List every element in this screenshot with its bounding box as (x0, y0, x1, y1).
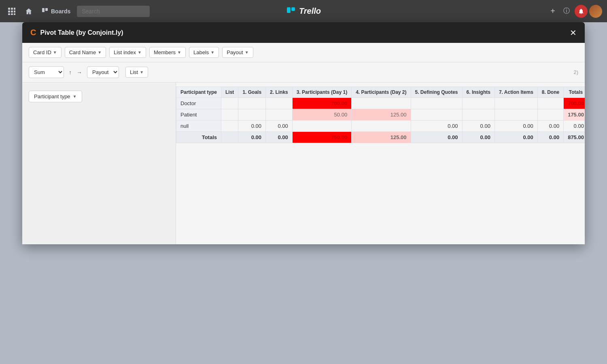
user-avatar-button[interactable] (589, 5, 602, 18)
null-action-items: 0.00 (495, 121, 537, 132)
payout-column-button[interactable]: Payout ▼ (222, 47, 253, 58)
svg-rect-1 (11, 8, 13, 10)
members-chevron-icon: ▼ (177, 50, 181, 55)
conjointly-logo: C (30, 28, 36, 37)
search-input[interactable] (77, 6, 150, 17)
controls-row: Sum Count Average ↑ → Payout List ▼ 2) (22, 62, 585, 83)
field-select[interactable]: Payout (87, 66, 119, 78)
sort-up-button[interactable]: ↑ (67, 68, 73, 76)
totals-goals: 0.00 (238, 132, 266, 143)
insights-header: 6. Insights (462, 87, 495, 98)
totals-row: Totals 0.00 0.00 750.00 125.00 0.00 0.00… (176, 132, 585, 143)
patient-defining-quotes (411, 109, 462, 121)
notification-button[interactable] (575, 5, 588, 18)
list-selector-button[interactable]: List ▼ (125, 67, 148, 78)
patient-links (266, 109, 293, 121)
info-button[interactable]: ⓘ (560, 4, 573, 18)
svg-rect-10 (45, 8, 48, 11)
participant-type-header: Participant type (176, 87, 221, 98)
doctor-defining-quotes (411, 98, 462, 109)
sort-right-button[interactable]: → (75, 68, 84, 76)
svg-rect-4 (11, 11, 13, 13)
trello-logo: Trello (286, 6, 321, 16)
add-button[interactable]: + (547, 4, 558, 18)
null-defining-quotes: 0.00 (411, 121, 462, 132)
totals-grand: 875.00 (564, 132, 585, 143)
list-header: List (221, 87, 238, 98)
null-done: 0.00 (537, 121, 563, 132)
svg-rect-0 (8, 8, 10, 10)
modal-title: Pivot Table (by Conjoint.ly) (40, 29, 123, 36)
pivot-sidebar: Participant type ▼ (22, 83, 176, 244)
participant-type-filter-button[interactable]: Participant type ▼ (29, 91, 82, 102)
null-day2 (352, 121, 411, 132)
totals-links: 0.00 (266, 132, 293, 143)
doctor-goals (238, 98, 266, 109)
totals-list (221, 132, 238, 143)
participant-type-chevron-icon: ▼ (73, 94, 77, 99)
card-id-column-button[interactable]: Card ID ▼ (29, 47, 62, 58)
list-index-column-button[interactable]: List index ▼ (109, 47, 146, 58)
null-totals: 0.00 (564, 121, 585, 132)
totals-insights: 0.00 (462, 132, 495, 143)
table-row: null 0.00 0.00 0.00 0.00 0.00 0.00 0.00 (176, 121, 585, 132)
grid-menu-button[interactable] (5, 5, 19, 17)
svg-rect-9 (42, 8, 45, 12)
null-insights: 0.00 (462, 121, 495, 132)
patient-list (221, 109, 238, 121)
totals-done: 0.00 (537, 132, 563, 143)
totals-row-label: Totals (176, 132, 221, 143)
list-index-chevron-icon: ▼ (138, 50, 142, 55)
main-content: C Pivot Table (by Conjoint.ly) ✕ Card ID… (0, 22, 607, 364)
card-name-column-button[interactable]: Card Name ▼ (65, 47, 106, 58)
aggregate-select[interactable]: Sum Count Average (29, 66, 64, 78)
doctor-label: Doctor (176, 98, 221, 109)
home-button[interactable] (22, 5, 36, 17)
goals-header: 1. Goals (238, 87, 266, 98)
svg-rect-5 (14, 11, 15, 13)
card-id-chevron-icon: ▼ (53, 50, 57, 55)
payout-chevron-icon: ▼ (245, 50, 249, 55)
svg-rect-12 (291, 7, 295, 11)
svg-rect-2 (14, 8, 15, 10)
links-header: 2. Links (266, 87, 293, 98)
table-header-row: Participant type List 1. Goals 2. Links … (176, 87, 585, 98)
defining-quotes-header: 5. Defining Quotes (411, 87, 462, 98)
totals-defining-quotes: 0.00 (411, 132, 462, 143)
totals-header: Totals (564, 87, 585, 98)
totals-day2: 125.00 (352, 132, 411, 143)
null-day1 (292, 121, 351, 132)
null-goals: 0.00 (238, 121, 266, 132)
columns-toolbar: Card ID ▼ Card Name ▼ List index ▼ Membe… (22, 43, 585, 62)
patient-day2: 125.00 (352, 109, 411, 121)
doctor-links (266, 98, 293, 109)
pivot-table-container[interactable]: Participant type List 1. Goals 2. Links … (176, 83, 585, 244)
patient-day1: 50.00 (292, 109, 351, 121)
patient-label: Patient (176, 109, 221, 121)
top-nav: Boards Trello + ⓘ (0, 0, 607, 22)
pivot-table: Participant type List 1. Goals 2. Links … (176, 87, 585, 143)
labels-column-button[interactable]: Labels ▼ (189, 47, 219, 58)
action-items-header: 7. Action Items (495, 87, 537, 98)
totals-action-items: 0.00 (495, 132, 537, 143)
patient-goals (238, 109, 266, 121)
svg-rect-11 (287, 7, 291, 13)
boards-button[interactable]: Boards (39, 6, 74, 17)
nav-right: + ⓘ (547, 4, 602, 18)
null-list (221, 121, 238, 132)
svg-rect-8 (14, 13, 15, 15)
doctor-day2 (352, 98, 411, 109)
members-column-button[interactable]: Members ▼ (149, 47, 186, 58)
direction-arrows: ↑ → (67, 68, 84, 76)
table-row: Patient 50.00 125.00 175.00 (176, 109, 585, 121)
doctor-action-items (495, 98, 537, 109)
totals-day1: 750.00 (292, 132, 351, 143)
pivot-body: Participant type ▼ Participant type List… (22, 83, 585, 244)
modal-close-button[interactable]: ✕ (570, 29, 577, 37)
participants-day2-header: 4. Participants (Day 2) (352, 87, 411, 98)
modal-header-left: C Pivot Table (by Conjoint.ly) (30, 28, 123, 37)
doctor-day1: 700.00 (292, 98, 351, 109)
doctor-list (221, 98, 238, 109)
list-chevron-icon: ▼ (140, 70, 144, 74)
patient-insights (462, 109, 495, 121)
